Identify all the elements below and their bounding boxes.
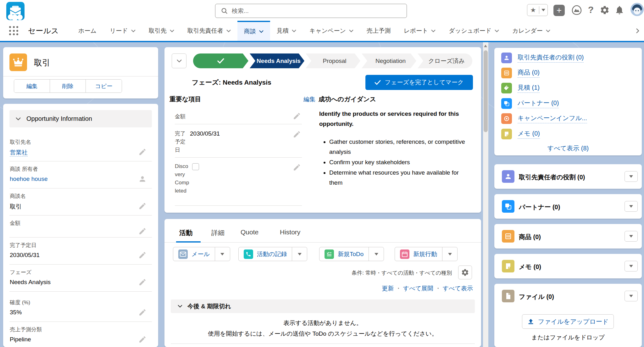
- edit-field-icon[interactable]: [293, 163, 301, 171]
- key-fields-edit-link[interactable]: 編集: [303, 95, 315, 104]
- tab-quotes[interactable]: 見積: [270, 21, 303, 41]
- tab-dashboards[interactable]: ダッシュボード: [442, 21, 506, 41]
- related-card-menu-button[interactable]: [625, 231, 638, 242]
- related-card-title[interactable]: 商品 (0): [519, 233, 541, 241]
- view-all-link[interactable]: すべて表示: [443, 285, 473, 292]
- path-collapse-button[interactable]: [172, 53, 186, 68]
- edit-field-icon[interactable]: [138, 251, 147, 259]
- new-task-menu-button[interactable]: [369, 247, 384, 261]
- tab-details[interactable]: 詳細: [211, 228, 225, 237]
- chevron-down-icon: [349, 30, 353, 32]
- tab-opportunities[interactable]: 商談: [237, 21, 270, 41]
- avatar-astro-icon: [630, 3, 644, 16]
- mark-stage-complete-button[interactable]: フェーズを完了としてマーク: [365, 75, 473, 90]
- edit-field-icon[interactable]: [138, 278, 147, 286]
- account-link[interactable]: 営業社: [10, 149, 28, 157]
- search-input[interactable]: [232, 8, 395, 14]
- new-event-menu-button[interactable]: [442, 247, 457, 261]
- new-task-button[interactable]: 新規ToDo: [319, 247, 369, 261]
- quick-link-notes[interactable]: メモ (0): [501, 129, 540, 139]
- edit-field-icon[interactable]: [138, 308, 147, 316]
- path-stage-closed[interactable]: クローズ済み: [418, 53, 472, 68]
- scrollbar-thumb[interactable]: [484, 50, 488, 132]
- path-stage-complete[interactable]: [193, 53, 248, 68]
- new-event-button[interactable]: 新規行動: [395, 247, 442, 261]
- email-menu-button[interactable]: [215, 247, 230, 261]
- setup-button[interactable]: [599, 4, 611, 16]
- path-stage-negotiation[interactable]: Negotiation: [362, 53, 416, 68]
- tab-contacts[interactable]: 取引先責任者: [181, 21, 237, 41]
- upload-icon: [527, 318, 534, 325]
- phase-status-text: フェーズ: Needs Analysis: [192, 78, 271, 87]
- quick-link-contact-roles[interactable]: 取引先責任者の役割 (0): [501, 53, 584, 63]
- related-card-products: 商品 (0): [494, 224, 642, 249]
- tab-reports[interactable]: レポート: [397, 21, 442, 41]
- tab-history[interactable]: History: [280, 228, 300, 236]
- refresh-link[interactable]: 更新: [382, 285, 394, 292]
- edit-field-icon[interactable]: [293, 130, 301, 138]
- favorite-star-button[interactable]: ★: [527, 6, 539, 14]
- edit-button[interactable]: 編集: [14, 80, 50, 92]
- edit-field-icon[interactable]: [138, 202, 147, 210]
- owner-link[interactable]: hoehoe house: [10, 176, 47, 182]
- key-field-value: 2030/05/31: [190, 130, 220, 137]
- path-stage-needs-analysis[interactable]: Needs Analysis: [250, 53, 304, 68]
- edit-field-icon[interactable]: [138, 335, 147, 344]
- log-call-button[interactable]: 活動の記録: [239, 247, 292, 261]
- upload-files-button[interactable]: ファイルをアップロード: [522, 314, 614, 329]
- edit-field-icon[interactable]: [138, 148, 147, 156]
- delete-button[interactable]: 削除: [50, 80, 86, 92]
- field-value: 35%: [10, 309, 22, 316]
- edit-field-icon[interactable]: [138, 227, 147, 235]
- related-card-title[interactable]: パートナー (0): [519, 203, 560, 211]
- quick-link-products[interactable]: 商品 (0): [501, 68, 540, 78]
- activity-filter-button[interactable]: [458, 266, 472, 279]
- tab-leads[interactable]: リード: [103, 21, 142, 41]
- change-owner-icon[interactable]: [138, 175, 147, 183]
- related-card-title[interactable]: 取引先責任者の役割 (0): [519, 173, 585, 182]
- favorites-menu-button[interactable]: [539, 9, 547, 11]
- link-separator: ・: [435, 285, 441, 292]
- quick-link-campaign-influence[interactable]: キャンペーンインフル...: [501, 113, 587, 124]
- related-card-menu-button[interactable]: [625, 291, 638, 301]
- quick-link-partners[interactable]: パートナー (0): [501, 98, 559, 109]
- user-avatar[interactable]: [630, 3, 644, 16]
- tab-activity[interactable]: 活動: [179, 228, 192, 237]
- tab-accounts[interactable]: 取引先: [142, 21, 181, 41]
- chevron-down-icon: [495, 30, 499, 32]
- global-actions-button[interactable]: +: [553, 5, 565, 16]
- field-value: 営業社: [10, 148, 28, 157]
- related-card-title[interactable]: メモ (0): [519, 263, 541, 271]
- section-opportunity-information[interactable]: Opportunity Information: [9, 110, 152, 127]
- log-call-menu-button[interactable]: [292, 247, 307, 261]
- tab-calendar[interactable]: カレンダー: [506, 21, 557, 41]
- notifications-button[interactable]: [613, 4, 626, 16]
- nav-overflow-button[interactable]: [636, 27, 642, 35]
- tab-campaigns[interactable]: キャンペーン: [303, 21, 360, 41]
- copy-button[interactable]: コピー: [86, 80, 122, 92]
- show-all-related[interactable]: すべて表示 (8): [494, 144, 642, 153]
- gear-icon: [461, 268, 469, 277]
- guidance-center-button[interactable]: [570, 4, 583, 16]
- discovery-completed-checkbox[interactable]: [192, 163, 199, 170]
- related-card-title[interactable]: ファイル (0): [519, 293, 554, 301]
- tab-forecasts[interactable]: 売上予測: [360, 21, 397, 41]
- quick-link-quotes[interactable]: 見積 (1): [501, 83, 540, 93]
- path-stage-proposal[interactable]: Proposal: [306, 53, 360, 68]
- upcoming-overdue-section[interactable]: 今後 & 期限切れ: [171, 299, 475, 313]
- email-icon: [178, 249, 188, 259]
- related-card-partners: パートナー (0): [494, 194, 642, 219]
- tab-quote[interactable]: Quote: [241, 228, 258, 236]
- app-launcher-button[interactable]: [8, 25, 19, 36]
- help-button[interactable]: ?: [586, 3, 596, 16]
- edit-field-icon[interactable]: [293, 112, 301, 120]
- salesforce-opportunity-page: ★ + ?: [0, 0, 644, 347]
- related-card-menu-button[interactable]: [625, 171, 638, 182]
- scrollbar-up-arrow[interactable]: [484, 45, 487, 47]
- tab-home[interactable]: ホーム: [72, 21, 103, 41]
- related-card-menu-button[interactable]: [625, 201, 638, 212]
- related-card-menu-button[interactable]: [625, 261, 638, 271]
- expand-all-link[interactable]: すべて展開: [403, 285, 433, 292]
- email-button[interactable]: メール: [173, 247, 215, 261]
- main-scrollbar[interactable]: [483, 42, 488, 347]
